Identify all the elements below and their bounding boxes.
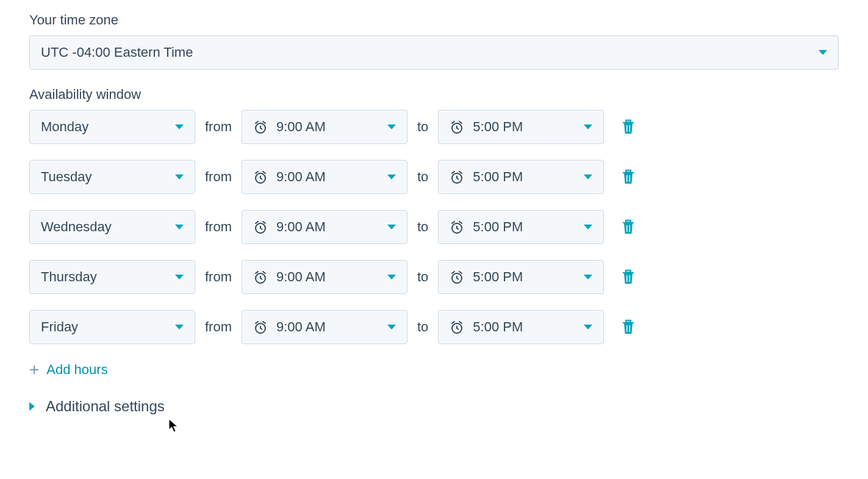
chevron-down-icon (387, 124, 396, 129)
from-label: from (205, 269, 232, 285)
start-time-select[interactable]: 9:00 AM (242, 260, 407, 294)
svg-rect-15 (629, 275, 631, 282)
end-time-value: 5:00 PM (473, 269, 523, 285)
day-value: Friday (41, 319, 78, 335)
day-value: Wednesday (41, 219, 112, 235)
chevron-down-icon (387, 275, 396, 279)
clock-icon (450, 120, 464, 134)
additional-settings-label: Additional settings (46, 398, 165, 415)
chevron-down-icon (584, 124, 592, 129)
day-value: Monday (41, 119, 88, 135)
end-time-select[interactable]: 5:00 PM (438, 260, 604, 294)
delete-row-button[interactable] (619, 116, 638, 139)
day-select[interactable]: Friday (29, 310, 195, 344)
availability-rows-container: Monday from 9:00 AM to 5:00 PM (29, 110, 839, 344)
end-time-value: 5:00 PM (473, 319, 523, 335)
chevron-right-icon (29, 402, 35, 411)
svg-rect-18 (626, 325, 628, 332)
mouse-cursor (168, 419, 181, 427)
end-time-select[interactable]: 5:00 PM (438, 210, 604, 244)
add-hours-button[interactable]: + Add hours (29, 361, 108, 378)
add-hours-label: Add hours (46, 362, 107, 378)
chevron-down-icon (387, 225, 396, 229)
availability-row: Monday from 9:00 AM to 5:00 PM (29, 110, 839, 144)
chevron-down-icon (175, 325, 184, 330)
chevron-down-icon (584, 325, 592, 330)
start-time-select[interactable]: 9:00 AM (242, 110, 407, 144)
end-time-value: 5:00 PM (473, 169, 523, 185)
additional-settings-toggle[interactable]: Additional settings (29, 398, 165, 415)
plus-icon: + (29, 361, 39, 378)
start-time-value: 9:00 AM (276, 119, 326, 135)
timezone-value: UTC -04:00 Eastern Time (41, 45, 193, 60)
chevron-down-icon (175, 275, 184, 279)
day-value: Thursday (41, 269, 97, 285)
chevron-down-icon (819, 50, 827, 55)
availability-row: Thursday from 9:00 AM to 5:00 PM (29, 260, 839, 294)
chevron-down-icon (584, 175, 592, 179)
delete-row-button[interactable] (619, 266, 638, 289)
delete-row-button[interactable] (619, 216, 638, 239)
svg-rect-19 (629, 325, 631, 332)
start-time-value: 9:00 AM (276, 169, 326, 185)
from-label: from (205, 219, 232, 235)
clock-icon (450, 270, 464, 284)
start-time-value: 9:00 AM (276, 269, 326, 285)
start-time-value: 9:00 AM (276, 219, 326, 235)
to-label: to (417, 169, 428, 185)
clock-icon (450, 320, 464, 334)
chevron-down-icon (584, 275, 592, 279)
to-label: to (417, 319, 428, 335)
trash-icon (621, 218, 636, 236)
end-time-select[interactable]: 5:00 PM (438, 160, 604, 194)
chevron-down-icon (175, 124, 184, 129)
day-select[interactable]: Tuesday (29, 160, 195, 194)
end-time-value: 5:00 PM (473, 119, 523, 135)
timezone-select[interactable]: UTC -04:00 Eastern Time (29, 35, 839, 70)
start-time-value: 9:00 AM (276, 319, 326, 335)
end-time-select[interactable]: 5:00 PM (438, 310, 604, 344)
day-select[interactable]: Wednesday (29, 210, 195, 244)
availability-label: Availability window (29, 87, 839, 103)
from-label: from (205, 169, 232, 185)
clock-icon (253, 320, 268, 334)
delete-row-button[interactable] (619, 316, 638, 339)
from-label: from (205, 319, 232, 335)
availability-row: Wednesday from 9:00 AM to 5:00 PM (29, 210, 839, 244)
clock-icon (253, 270, 268, 284)
svg-rect-2 (626, 125, 628, 132)
delete-row-button[interactable] (619, 166, 638, 189)
trash-icon (621, 268, 636, 286)
svg-rect-6 (626, 175, 628, 182)
start-time-select[interactable]: 9:00 AM (242, 310, 407, 344)
to-label: to (417, 119, 428, 135)
clock-icon (450, 170, 464, 184)
day-select[interactable]: Monday (29, 110, 195, 144)
availability-row: Tuesday from 9:00 AM to 5:00 PM (29, 160, 839, 194)
clock-icon (253, 120, 268, 134)
chevron-down-icon (175, 225, 184, 229)
chevron-down-icon (175, 175, 184, 179)
start-time-select[interactable]: 9:00 AM (242, 210, 407, 244)
to-label: to (417, 269, 428, 285)
day-select[interactable]: Thursday (29, 260, 195, 294)
availability-row: Friday from 9:00 AM to 5:00 PM (29, 310, 839, 344)
start-time-select[interactable]: 9:00 AM (242, 160, 407, 194)
clock-icon (253, 170, 268, 184)
trash-icon (621, 319, 636, 336)
svg-rect-14 (626, 275, 628, 282)
svg-rect-10 (626, 225, 628, 232)
end-time-select[interactable]: 5:00 PM (438, 110, 604, 144)
from-label: from (205, 119, 232, 135)
day-value: Tuesday (41, 169, 92, 185)
svg-rect-7 (629, 175, 631, 182)
svg-rect-11 (629, 225, 631, 232)
end-time-value: 5:00 PM (473, 219, 523, 235)
to-label: to (417, 219, 428, 235)
chevron-down-icon (387, 325, 396, 330)
clock-icon (253, 220, 268, 234)
chevron-down-icon (387, 175, 396, 179)
timezone-label: Your time zone (29, 12, 839, 28)
trash-icon (621, 118, 636, 136)
svg-rect-3 (629, 125, 631, 132)
